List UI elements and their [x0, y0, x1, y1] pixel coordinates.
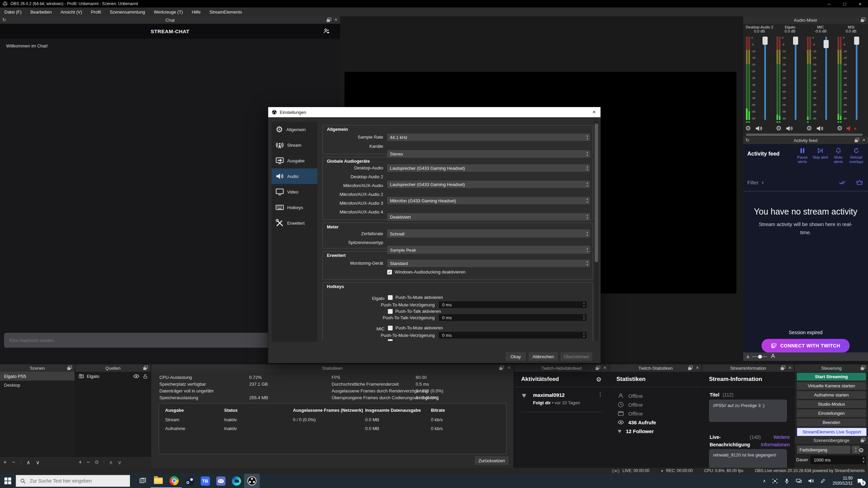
thunderbird-icon[interactable]: TB — [197, 474, 213, 488]
spin-arrows[interactable]: ∧∨ — [583, 314, 585, 321]
scene-up-button[interactable]: ∧ — [26, 459, 31, 466]
menu-datei[interactable]: Datei (F) — [0, 7, 26, 16]
channel-gear-icon[interactable]: ⚙ — [837, 125, 843, 132]
source-add-button[interactable]: + — [79, 459, 82, 465]
twitchfeed-float-icon[interactable] — [595, 366, 600, 370]
channel-gear-icon[interactable]: ⚙ — [806, 125, 812, 132]
transitions-float-icon[interactable] — [861, 438, 865, 443]
zerfallsrate-select[interactable]: Schnell▲▼ — [387, 230, 590, 238]
sample-rate-select[interactable]: 44.1 kHz ▲▼ — [387, 134, 590, 141]
notification-center-icon[interactable]: 1 — [857, 478, 863, 484]
search-input[interactable] — [29, 478, 122, 484]
connect-with-twitch-button[interactable]: CONNECT WITH TWITCH — [762, 339, 850, 352]
reload-overlays-button[interactable]: Reload overlays — [847, 147, 865, 164]
menu-werkzeuge[interactable]: Werkzeuge (T) — [150, 7, 188, 16]
szenen-float-icon[interactable] — [67, 366, 72, 370]
mikrofon-aux-select[interactable]: Mikrofon (G433 Gaming Headset)▲▼ — [387, 197, 590, 204]
pause-alerts-button[interactable]: Pause alerts — [793, 147, 811, 164]
twitchstats-float-icon[interactable] — [688, 366, 693, 370]
chrome-icon[interactable] — [166, 474, 182, 488]
source-properties-gear-icon[interactable]: ⚙ — [95, 459, 99, 465]
channel-speaker-icon[interactable] — [755, 125, 763, 132]
mixer-hscrollbar[interactable] — [746, 134, 863, 136]
lock-icon[interactable] — [143, 374, 148, 379]
checkbox-unchecked[interactable] — [388, 326, 393, 330]
task-view-icon[interactable] — [135, 474, 151, 488]
start-streaming-button[interactable]: Start Streaming — [797, 373, 866, 381]
source-item[interactable]: Elgato — [75, 372, 151, 381]
twitchfeed-close-icon[interactable]: × — [604, 365, 606, 370]
file-explorer-icon[interactable] — [151, 474, 166, 488]
source-up-button[interactable]: ∧ — [109, 459, 113, 466]
more-info-link[interactable]: Weitere Informationen — [761, 433, 790, 448]
tray-microphone-icon[interactable] — [784, 478, 790, 484]
volume-slider-handle[interactable] — [824, 40, 829, 48]
checkbox-checked[interactable]: ✓ — [387, 270, 392, 274]
tray-pen-icon[interactable] — [820, 478, 826, 484]
volume-slider-handle[interactable] — [854, 37, 859, 45]
activity-refresh-icon[interactable]: ↻ — [746, 138, 749, 143]
menu-szenensammlung[interactable]: Szenensammlung — [105, 7, 150, 16]
transition-gear-icon[interactable]: ⚙ — [859, 447, 864, 454]
scene-item[interactable]: Desktop — [0, 381, 75, 389]
maximize-button[interactable]: ▢ — [837, 0, 852, 7]
ptt-checkbox-row[interactable]: Push-To-Talk aktivieren — [388, 309, 441, 314]
mic-ptt-checkbox-row[interactable] — [388, 339, 393, 341]
menu-hilfe[interactable]: Hilfe — [187, 7, 205, 16]
menu-streamelements[interactable]: StreamElements — [205, 7, 246, 16]
chat-people-icon[interactable] — [323, 28, 330, 35]
transition-select[interactable]: Farbübergang ∧∨ — [797, 446, 850, 454]
kanaele-select[interactable]: Stereo ▲▼ — [387, 150, 590, 158]
cancel-button[interactable]: Abbrechen — [529, 352, 558, 361]
titel-textarea[interactable]: //PS5// auf zu Prestige 3 :) — [709, 400, 787, 422]
mute-alerts-button[interactable]: Mute alerts — [829, 147, 847, 164]
channel-speaker-muted-icon[interactable] — [846, 125, 853, 132]
edge-icon[interactable] — [229, 474, 244, 488]
streaminfo-float-icon[interactable] — [781, 366, 785, 370]
reset-button[interactable]: Zurücksetzen — [475, 456, 509, 465]
follower-username[interactable]: maximal0912 — [533, 392, 565, 398]
sidebar-item-video[interactable]: Video — [272, 184, 317, 200]
taskbar-search[interactable] — [16, 475, 130, 487]
scene-add-button[interactable]: + — [3, 459, 6, 465]
volume-slider[interactable] — [764, 37, 766, 120]
close-button[interactable]: × — [852, 0, 868, 7]
apply-button-disabled[interactable]: Übernehmen — [560, 352, 592, 361]
scene-item-selected[interactable]: Elgato PS5 — [0, 372, 75, 381]
volume-slider-handle[interactable] — [793, 37, 798, 45]
visibility-eye-icon[interactable] — [133, 373, 139, 379]
sidebar-item-erweitert[interactable]: Erweitert — [272, 215, 317, 231]
settings-button[interactable]: Einstellungen — [797, 409, 866, 417]
checkbox-unchecked[interactable] — [388, 309, 393, 314]
sidebar-item-hotkeys[interactable]: Hotkeys — [272, 200, 317, 215]
tray-network-icon[interactable] — [796, 478, 802, 484]
streamelements-support-button[interactable]: StreamElements Live Support — [797, 428, 867, 436]
spin-arrows[interactable]: ∧∨ — [583, 301, 585, 308]
steuerung-float-icon[interactable] — [861, 366, 865, 370]
menu-ansicht[interactable]: Ansicht (V) — [56, 7, 86, 16]
volume-slider[interactable] — [795, 37, 796, 120]
checkbox-unchecked[interactable] — [388, 339, 393, 341]
minimize-button[interactable]: — — [821, 0, 837, 7]
font-size-slider-handle[interactable] — [758, 355, 762, 359]
sidebar-item-allgemein[interactable]: ⚙ Allgemein — [272, 122, 317, 137]
settings-close-icon[interactable]: × — [592, 109, 596, 116]
channel-speaker-icon[interactable] — [816, 125, 824, 132]
skip-alert-button[interactable]: Skip alert — [811, 147, 829, 164]
live-notification-textarea[interactable]: rehwald_9120 ist live gegangen! — [709, 449, 787, 469]
start-recording-button[interactable]: Aufnahme starten — [797, 391, 866, 399]
obs-taskbar-icon[interactable] — [244, 474, 260, 488]
channel-speaker-icon[interactable] — [786, 125, 793, 132]
discord-icon[interactable] — [213, 474, 229, 488]
statistiken-close-icon[interactable]: × — [508, 365, 510, 370]
tray-capture-icon[interactable] — [772, 478, 778, 484]
chat-float-icon[interactable] — [327, 18, 331, 22]
studio-mode-button[interactable]: Studio-Modus — [797, 400, 866, 408]
volume-slider-handle[interactable] — [763, 37, 768, 45]
streaminfo-close-icon[interactable]: × — [789, 365, 791, 370]
tray-volume-icon[interactable] — [808, 478, 814, 484]
activity-close-icon[interactable]: × — [863, 137, 865, 143]
sidebar-item-ausgabe[interactable]: Ausgabe — [272, 153, 317, 168]
exit-button[interactable]: Beenden — [797, 419, 866, 426]
spin-arrows[interactable]: ∧∨ — [583, 332, 585, 339]
